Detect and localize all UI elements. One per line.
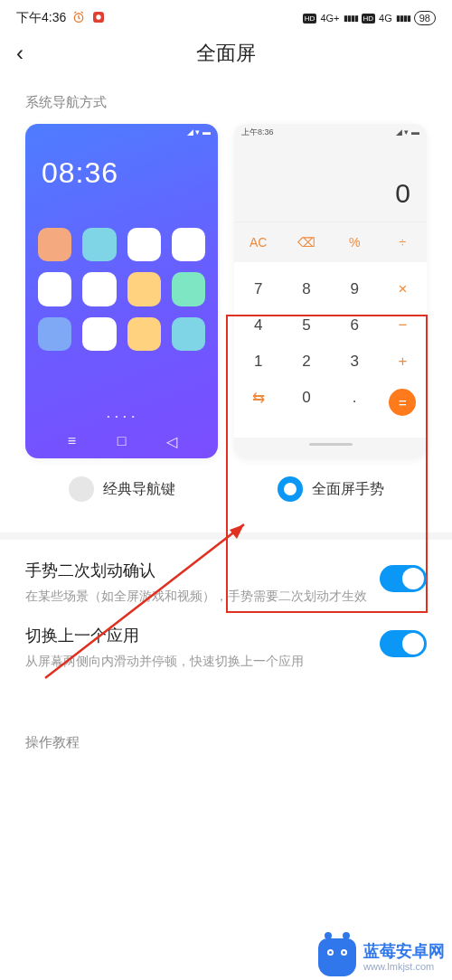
calc-key: 9 (331, 271, 379, 307)
app-icon (172, 272, 205, 306)
setting-desc: 在某些场景（如全屏游戏和视频），手势需要二次划动才生效 (25, 587, 367, 605)
preview-gesture: 上午8:36 ◢ ▾ ▬ 0 AC⌫%÷ 789×456−123+⇆0.= (234, 124, 427, 458)
status-bar: 下午4:36 HD 4G+ ▮▮▮▮ HD 4G ▮▮▮▮ 98 (0, 0, 452, 34)
calc-key: 6 (331, 307, 379, 344)
calc-key: 5 (282, 307, 330, 344)
calc-key: ÷ (379, 231, 427, 253)
calc-key: 4 (234, 307, 282, 344)
toggle-switch-app[interactable] (380, 630, 427, 657)
page-title: 全面屏 (0, 40, 452, 67)
calc-key: + (379, 344, 427, 380)
option-gesture[interactable]: 上午8:36 ◢ ▾ ▬ 0 AC⌫%÷ 789×456−123+⇆0.= 全面… (234, 124, 427, 502)
calc-equals-key: = (389, 389, 416, 416)
calc-keypad: 789×456−123+⇆0.= (234, 262, 427, 438)
watermark-title: 蓝莓安卓网 (363, 943, 445, 961)
preview-gesture-statusbar: 上午8:36 ◢ ▾ ▬ (234, 124, 427, 140)
alarm-icon (71, 10, 86, 27)
calc-key: 8 (282, 271, 330, 307)
network-label-1: 4G+ (320, 13, 339, 24)
app-icon (127, 272, 161, 306)
preview-classic-page-dots: • • • • (25, 407, 218, 426)
calc-key: ⌫ (282, 231, 330, 253)
setting-gesture-confirm[interactable]: 手势二次划动确认 在某些场景（如全屏游戏和视频），手势需要二次划动才生效 (0, 540, 452, 605)
status-app-icon (91, 10, 106, 27)
signal-icon-2: ▮▮▮▮ (396, 14, 410, 23)
radio-label: 全面屏手势 (312, 480, 384, 499)
app-icon (82, 228, 116, 261)
svg-point-2 (97, 14, 101, 19)
setting-title: 切换上一个应用 (25, 625, 367, 646)
radio-gesture[interactable]: 全面屏手势 (278, 476, 384, 502)
radio-classic[interactable]: 经典导航键 (69, 476, 175, 502)
calc-key: 1 (234, 344, 282, 380)
preview-classic: ◢ ▾ ▬ 08:36 • • • • ≡ □ ◁ (25, 124, 218, 458)
preview-classic-app-grid (25, 195, 218, 407)
setting-desc: 从屏幕两侧向内滑动并停顿，快速切换上一个应用 (25, 652, 367, 670)
app-icon (82, 272, 116, 306)
status-bar-left: 下午4:36 (16, 10, 106, 27)
calc-key: AC (234, 231, 282, 253)
calc-key: . (331, 380, 379, 425)
app-icon (38, 272, 71, 306)
calc-key: 2 (282, 344, 330, 380)
watermark-logo-icon (318, 938, 356, 976)
app-icon (38, 228, 71, 261)
menu-icon: ≡ (66, 435, 79, 448)
setting-switch-app[interactable]: 切换上一个应用 从屏幕两侧向内滑动并停顿，快速切换上一个应用 (0, 605, 452, 670)
radio-label: 经典导航键 (103, 480, 175, 499)
preview-gesture-status-icons: ◢ ▾ ▬ (396, 127, 419, 137)
preview-classic-statusbar: ◢ ▾ ▬ (25, 124, 218, 140)
watermark-text: 蓝莓安卓网 www.lmkjst.com (363, 943, 445, 972)
app-icon (172, 228, 205, 261)
nav-options: ◢ ▾ ▬ 08:36 • • • • ≡ □ ◁ 经典导航键 上午8:36 ◢… (0, 124, 452, 502)
hd-badge-icon: HD (303, 14, 317, 24)
status-time: 下午4:36 (16, 10, 66, 26)
home-icon: □ (116, 435, 128, 448)
app-icon (82, 317, 116, 351)
calc-key: % (331, 231, 379, 253)
section-nav-mode-label: 系统导航方式 (0, 78, 452, 124)
back-icon: ◁ (165, 435, 178, 448)
radio-unselected-icon (69, 476, 94, 502)
calc-key: 7 (234, 271, 282, 307)
calc-key: = (379, 380, 427, 425)
calc-key: 3 (331, 344, 379, 380)
signal-icon: ▮▮▮▮ (344, 14, 358, 23)
preview-classic-navbar: ≡ □ ◁ (25, 426, 218, 458)
calc-display: 0 (234, 140, 427, 221)
setting-text: 手势二次划动确认 在某些场景（如全屏游戏和视频），手势需要二次划动才生效 (25, 560, 367, 605)
calc-key: ⇆ (234, 380, 282, 425)
option-classic[interactable]: ◢ ▾ ▬ 08:36 • • • • ≡ □ ◁ 经典导航键 (25, 124, 218, 502)
section-tutorials-label: 操作教程 (0, 671, 452, 751)
calc-toprow: AC⌫%÷ (234, 221, 427, 262)
calc-key: × (379, 271, 427, 307)
app-icon (172, 317, 205, 351)
radio-selected-icon (278, 476, 303, 502)
section-divider (0, 532, 452, 540)
toggle-gesture-confirm[interactable] (380, 565, 427, 592)
status-bar-right: HD 4G+ ▮▮▮▮ HD 4G ▮▮▮▮ 98 (303, 11, 436, 25)
gesture-home-indicator (234, 438, 427, 450)
battery-badge: 98 (414, 11, 436, 25)
app-icon (127, 228, 161, 261)
network-label-2: 4G (379, 13, 392, 24)
app-icon (127, 317, 161, 351)
app-bar: ‹ 全面屏 (0, 34, 452, 78)
watermark: 蓝莓安卓网 www.lmkjst.com (318, 938, 445, 976)
hd-badge-icon-2: HD (362, 14, 376, 24)
watermark-url: www.lmkjst.com (363, 961, 445, 972)
app-icon (38, 317, 71, 351)
calc-key: − (379, 307, 427, 344)
setting-title: 手势二次划动确认 (25, 560, 367, 581)
preview-classic-clock: 08:36 (25, 140, 218, 195)
calc-key: 0 (282, 380, 330, 425)
preview-gesture-time: 上午8:36 (241, 127, 274, 138)
setting-text: 切换上一个应用 从屏幕两侧向内滑动并停顿，快速切换上一个应用 (25, 625, 367, 670)
